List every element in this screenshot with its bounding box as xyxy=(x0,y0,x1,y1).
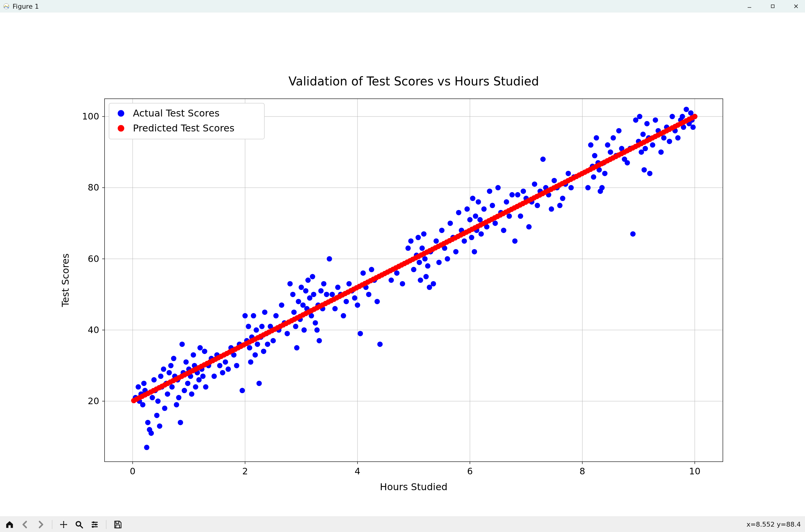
svg-line-6 xyxy=(80,526,83,528)
data-point xyxy=(439,228,444,233)
data-point xyxy=(290,292,295,297)
data-point xyxy=(314,327,320,333)
cursor-coordinates: x=8.552 y=88.4 xyxy=(746,521,801,528)
window-title: Figure 1 xyxy=(13,3,39,10)
data-point xyxy=(157,423,162,429)
data-point xyxy=(256,381,262,386)
home-button[interactable] xyxy=(4,519,15,530)
data-point xyxy=(369,267,374,272)
data-point xyxy=(644,121,650,126)
data-point xyxy=(540,156,546,162)
data-point xyxy=(515,192,520,197)
maximize-button[interactable] xyxy=(766,2,779,11)
data-point xyxy=(447,221,453,226)
data-point xyxy=(223,359,228,365)
x-tick-label: 10 xyxy=(689,466,701,476)
data-point xyxy=(136,384,141,390)
data-point xyxy=(217,363,223,368)
data-point xyxy=(329,292,335,297)
data-point xyxy=(461,239,467,244)
data-point xyxy=(144,445,149,450)
x-tick-label: 2 xyxy=(242,466,248,476)
data-point xyxy=(211,374,217,379)
data-point xyxy=(220,370,225,376)
data-point xyxy=(599,185,605,190)
zoom-button[interactable] xyxy=(74,519,84,530)
data-point xyxy=(591,174,596,180)
data-point xyxy=(434,239,439,244)
data-point xyxy=(375,299,380,304)
data-point xyxy=(640,132,646,137)
configure-subplots-button[interactable] xyxy=(89,519,100,530)
data-point xyxy=(151,377,157,383)
data-point xyxy=(504,199,509,205)
data-point xyxy=(680,114,685,119)
data-point xyxy=(467,217,473,223)
data-point xyxy=(464,206,470,212)
data-point xyxy=(285,331,290,336)
y-tick-label: 40 xyxy=(88,325,99,335)
data-point xyxy=(166,370,172,376)
legend-label: Actual Test Scores xyxy=(133,108,219,119)
x-tick-label: 6 xyxy=(467,466,473,476)
x-tick-label: 8 xyxy=(579,466,585,476)
data-point xyxy=(305,278,311,283)
chart-title: Validation of Test Scores vs Hours Studi… xyxy=(289,74,539,88)
data-point xyxy=(594,135,599,141)
minimize-button[interactable] xyxy=(743,2,756,11)
data-point xyxy=(509,192,515,197)
data-point xyxy=(184,359,189,365)
data-point xyxy=(178,420,183,425)
data-point xyxy=(566,171,571,176)
data-point xyxy=(299,285,304,290)
data-point xyxy=(470,196,476,201)
data-point xyxy=(303,288,309,293)
data-point xyxy=(400,281,405,286)
data-point xyxy=(265,341,270,347)
data-point xyxy=(191,352,196,358)
data-point xyxy=(512,239,518,244)
data-point xyxy=(495,185,501,190)
data-point xyxy=(261,348,266,354)
data-point xyxy=(293,324,299,329)
data-point xyxy=(158,374,164,379)
data-point xyxy=(189,391,194,397)
svg-point-10 xyxy=(95,523,97,525)
data-point xyxy=(389,278,394,283)
data-point xyxy=(658,149,664,155)
save-button[interactable] xyxy=(112,519,123,530)
data-point xyxy=(417,260,422,265)
plot-area[interactable]: Validation of Test Scores vs Hours Studi… xyxy=(0,13,805,516)
back-button[interactable] xyxy=(20,519,31,530)
data-point xyxy=(479,231,484,236)
data-point xyxy=(625,160,630,166)
data-point xyxy=(416,235,421,240)
data-point xyxy=(239,388,245,393)
data-point xyxy=(321,281,326,286)
svg-point-8 xyxy=(93,521,94,523)
data-point xyxy=(532,181,537,187)
app-icon xyxy=(3,3,9,10)
svg-point-12 xyxy=(92,526,94,528)
data-point xyxy=(352,296,357,301)
data-point xyxy=(684,107,689,112)
data-point xyxy=(560,196,566,201)
legend-marker xyxy=(118,125,124,132)
data-point xyxy=(472,249,477,254)
legend-marker xyxy=(118,110,124,117)
pan-button[interactable] xyxy=(58,519,69,530)
data-point xyxy=(521,189,526,194)
data-point xyxy=(453,249,459,254)
data-point xyxy=(301,327,307,333)
data-point xyxy=(226,366,231,372)
close-button[interactable] xyxy=(789,2,803,11)
data-point xyxy=(355,302,360,308)
data-point xyxy=(346,281,352,286)
y-tick-label: 80 xyxy=(88,182,99,193)
forward-button[interactable] xyxy=(35,519,46,530)
data-point xyxy=(641,167,647,173)
data-point xyxy=(193,384,198,390)
data-point xyxy=(588,142,594,148)
data-point xyxy=(358,331,363,336)
data-point xyxy=(248,359,253,365)
